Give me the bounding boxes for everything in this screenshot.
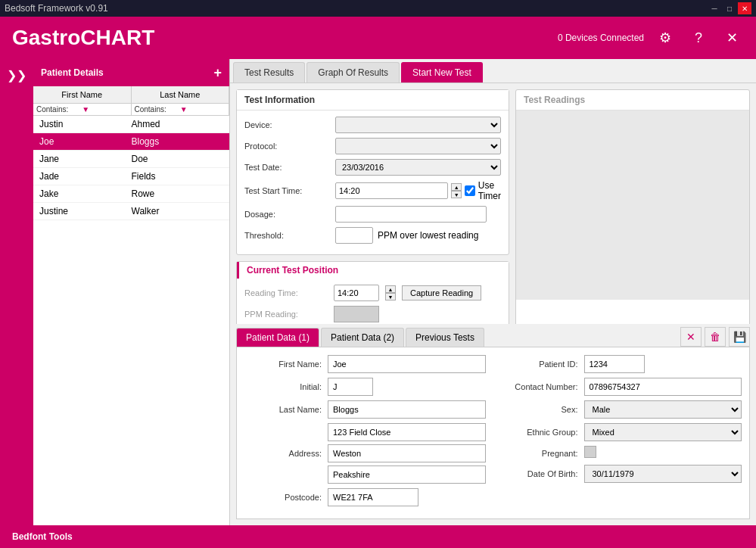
test-date-row: Test Date: 23/03/2016 <box>244 159 501 176</box>
reading-time-input[interactable] <box>334 285 379 301</box>
settings-icon-button[interactable]: ⚙ <box>653 26 677 50</box>
sex-form-row: Sex: Male Female Other <box>501 400 742 419</box>
patient-firstname: Jake <box>39 188 132 199</box>
lastname-column-header[interactable]: Last Name <box>132 86 230 103</box>
address-input-wrapper <box>328 423 486 484</box>
reading-time-spinner: ▲ ▼ <box>385 285 396 300</box>
reading-time-up-button[interactable]: ▲ <box>385 285 396 293</box>
tab-test-results[interactable]: Test Results <box>233 62 305 83</box>
pregnant-checkbox[interactable] <box>584 446 596 458</box>
test-start-time-input[interactable] <box>335 182 448 199</box>
time-spinner: ▲ ▼ <box>451 183 462 198</box>
first-name-input[interactable] <box>328 355 486 373</box>
patient-firstname: Justin <box>39 119 132 129</box>
reading-time-down-button[interactable]: ▼ <box>385 293 396 300</box>
test-date-select[interactable]: 23/03/2016 <box>335 159 501 176</box>
postcode-form-row: Postcode: <box>244 488 486 506</box>
address-line1-input[interactable] <box>328 423 486 441</box>
firstname-filter-arrow[interactable]: ▼ <box>82 105 127 114</box>
lastname-filter-cell: Contains: ▼ <box>132 104 230 115</box>
dob-select-wrapper: 30/11/1979 <box>584 465 742 483</box>
patient-data-tabs-bar: Patient Data (1) Patient Data (2) Previo… <box>230 324 756 347</box>
patient-lastname: Walker <box>132 206 224 216</box>
main-tabs-bar: Test Results Graph Of Results Start New … <box>230 59 756 83</box>
maximize-button[interactable]: □ <box>723 2 736 14</box>
footer-bar: Bedfont Tools <box>0 525 756 548</box>
previous-tests-tab[interactable]: Previous Tests <box>406 328 484 347</box>
list-item[interactable]: Justin Ahmed <box>33 116 229 133</box>
ethnic-group-form-row: Ethnic Group: Mixed White Asian Black Ot… <box>501 423 742 441</box>
sex-select[interactable]: Male Female Other <box>584 400 742 419</box>
test-information-content: Device: Protocol: <box>237 111 509 254</box>
initial-input[interactable] <box>328 378 373 396</box>
initial-form-label: Initial: <box>244 382 328 391</box>
use-timer-checkbox[interactable] <box>465 182 475 199</box>
dob-select[interactable]: 30/11/1979 <box>584 465 742 483</box>
test-readings-graph <box>516 111 749 300</box>
test-date-select-wrapper: 23/03/2016 <box>335 159 501 176</box>
patient-form-right: Patient ID: Contact Number: Sex: <box>501 355 742 511</box>
list-item[interactable]: Jane Doe <box>33 151 229 168</box>
device-select[interactable] <box>335 117 501 133</box>
patient-firstname: Jane <box>39 154 132 164</box>
pregnant-checkbox-wrapper <box>584 446 742 460</box>
capture-reading-button[interactable]: Capture Reading <box>402 285 481 300</box>
test-start-time-wrapper: ▲ ▼ Use Timer <box>335 180 501 201</box>
patient-lastname: Ahmed <box>132 119 224 129</box>
lastname-filter-arrow[interactable]: ▼ <box>180 105 226 114</box>
patient-data-tab-1[interactable]: Patient Data (1) <box>236 328 319 347</box>
delete-patient-button[interactable]: 🗑 <box>705 327 726 347</box>
time-down-button[interactable]: ▼ <box>451 191 462 198</box>
test-readings-header: Test Readings <box>516 90 749 111</box>
ppm-reading-input[interactable] <box>334 306 379 322</box>
title-bar: Bedsoft Framework v0.91 ─ □ ✕ <box>0 0 756 17</box>
test-start-time-label: Test Start Time: <box>244 186 335 195</box>
lastname-filter-label: Contains: <box>135 105 180 114</box>
threshold-row: Threshold: PPM over lowest reading <box>244 227 501 244</box>
address-line2-input[interactable] <box>328 444 486 462</box>
list-item[interactable]: Justine Walker <box>33 203 229 220</box>
threshold-input[interactable] <box>335 227 373 244</box>
device-select-wrapper <box>335 117 501 133</box>
list-item[interactable]: Jade Fields <box>33 168 229 185</box>
patient-data-tab-2[interactable]: Patient Data (2) <box>321 328 404 347</box>
titlebar-close-button[interactable]: ✕ <box>738 2 751 14</box>
contact-number-form-label: Contact Number: <box>501 382 584 391</box>
ethnic-group-select-wrapper: Mixed White Asian Black Other <box>584 423 742 441</box>
initial-form-row: Initial: <box>244 378 486 396</box>
protocol-select[interactable] <box>335 138 501 154</box>
ethnic-group-select[interactable]: Mixed White Asian Black Other <box>584 423 742 441</box>
last-name-input-wrapper <box>328 400 486 419</box>
add-patient-button[interactable]: + <box>213 65 222 81</box>
ppm-reading-label: PPM Reading: <box>244 310 328 319</box>
last-name-input[interactable] <box>328 400 486 419</box>
postcode-input[interactable] <box>328 488 418 506</box>
address-line3-input[interactable] <box>328 465 486 484</box>
firstname-column-header[interactable]: First Name <box>33 86 132 103</box>
initial-input-wrapper <box>328 378 486 396</box>
help-icon-button[interactable]: ? <box>686 26 711 50</box>
first-name-input-wrapper <box>328 355 486 373</box>
contact-number-input[interactable] <box>584 378 742 396</box>
postcode-input-wrapper <box>328 488 486 506</box>
patient-form-left: First Name: Initial: Last Name: <box>244 355 486 511</box>
cancel-patient-button[interactable]: ✕ <box>680 327 702 347</box>
save-patient-button[interactable]: 💾 <box>729 327 750 347</box>
patient-data-tab-actions: ✕ 🗑 💾 <box>680 327 750 347</box>
dosage-input[interactable] <box>335 206 487 223</box>
time-up-button[interactable]: ▲ <box>451 183 462 191</box>
header-close-icon-button[interactable]: ✕ <box>720 26 744 50</box>
tab-graph-of-results[interactable]: Graph Of Results <box>306 62 400 83</box>
test-area: Test Information Device: Protocol: <box>236 89 750 324</box>
sidebar-toggle-button[interactable]: ❯❯ <box>4 65 30 86</box>
address-form-row: Address: <box>244 423 486 484</box>
tab-start-new-test[interactable]: Start New Test <box>401 62 483 83</box>
patient-lastname: Bloggs <box>132 136 224 147</box>
patient-firstname: Jade <box>39 171 132 182</box>
list-item[interactable]: Joe Bloggs <box>33 133 229 151</box>
list-item[interactable]: Jake Rowe <box>33 185 229 203</box>
contact-number-input-wrapper <box>584 378 742 396</box>
patient-id-form-label: Patient ID: <box>501 360 584 369</box>
patient-id-input[interactable] <box>584 355 645 373</box>
minimize-button[interactable]: ─ <box>708 2 721 14</box>
